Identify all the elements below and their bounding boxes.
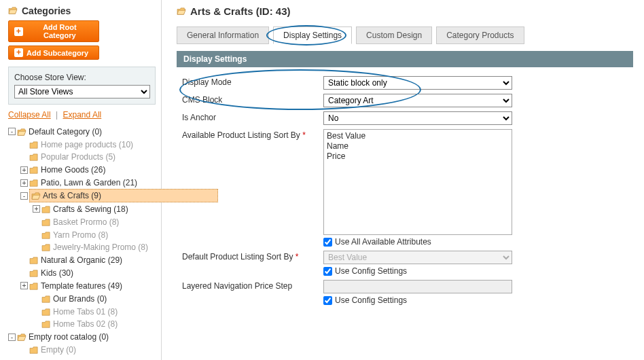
plus-icon: + [14, 48, 23, 57]
tree-node-label: Default Category (0) [29, 126, 102, 138]
is-anchor-select[interactable]: No [323, 111, 512, 125]
expand-icon[interactable]: + [20, 166, 28, 174]
tree-spacer [33, 231, 40, 238]
use-all-attributes-label: Use All Available Attributes [335, 237, 431, 247]
expand-icon[interactable]: + [20, 179, 28, 187]
folder-icon [41, 243, 51, 251]
folder-icon [29, 166, 39, 174]
folder-icon [17, 128, 26, 136]
sidebar-title-text: Categories [22, 5, 71, 16]
cms-block-label: CMS Block [182, 94, 323, 105]
tree-spacer [20, 270, 28, 277]
is-anchor-label: Is Anchor [182, 111, 323, 122]
tree-spacer [20, 141, 28, 148]
store-view-box: Choose Store View: All Store Views [8, 67, 156, 105]
tree-node-label: Home page products (10) [41, 139, 133, 151]
folder-icon [177, 7, 186, 16]
tree-spacer [33, 308, 40, 315]
tree-node-label: Natural & Organic (29) [41, 254, 122, 266]
sidebar-title: Categories [8, 5, 156, 16]
tree-node[interactable]: Home Tabs 01 (8) [41, 306, 118, 318]
main-panel: Arts & Crafts (ID: 43) General Informati… [162, 0, 644, 360]
price-step-use-config-label: Use Config Settings [335, 295, 407, 305]
tree-node-label: Our Brands (0) [53, 293, 107, 305]
folder-icon [29, 179, 39, 187]
tree-node-label: Basket Prormo (8) [53, 216, 119, 228]
tree-node-label: Patio, Lawn & Garden (21) [41, 177, 137, 189]
use-all-attributes-checkbox[interactable] [323, 238, 332, 247]
folder-icon [41, 218, 51, 226]
tree-node[interactable]: Crafts & Sewing (18) [41, 203, 128, 215]
tab-general-information[interactable]: General Information [177, 26, 269, 44]
tree-node[interactable]: Basket Prormo (8) [41, 216, 119, 228]
display-settings-form: Display Mode Static block only CMS Block… [177, 67, 633, 307]
tree-node[interactable]: Popular Products (5) [29, 151, 115, 163]
collapse-icon[interactable]: - [8, 128, 16, 135]
price-step-use-config-checkbox[interactable] [323, 296, 332, 305]
tree-node[interactable]: Patio, Lawn & Garden (21) [29, 177, 137, 189]
tree-node[interactable]: Yarn Promo (8) [41, 229, 108, 241]
folder-icon [29, 256, 39, 264]
tab-category-products[interactable]: Category Products [436, 26, 524, 44]
sort-by-multiselect[interactable]: Best Value Name Price [323, 129, 512, 235]
tree-node-label: Empty (0) [41, 344, 76, 356]
tree-node-label: Home Tabs 02 (8) [53, 318, 118, 330]
tab-display-settings[interactable]: Display Settings [273, 26, 352, 44]
tree-node[interactable]: Home page products (10) [29, 139, 133, 151]
folder-icon [8, 7, 18, 15]
tree-node[interactable]: Kids (30) [29, 267, 73, 279]
expand-icon[interactable]: + [33, 205, 40, 213]
tree-node[interactable]: Default Category (0) [17, 126, 102, 138]
expand-icon[interactable]: + [20, 282, 28, 289]
tree-node[interactable]: Our Brands (0) [41, 293, 107, 305]
display-mode-select[interactable]: Static block only [323, 76, 512, 90]
folder-icon [29, 153, 39, 161]
tree-node-label: Home Goods (26) [41, 164, 105, 176]
collapse-icon[interactable]: - [8, 334, 16, 341]
folder-icon [41, 295, 51, 303]
tree-node-label: Arts & Crafts (9) [43, 190, 101, 202]
default-sort-select: Best Value [323, 251, 512, 264]
tree-node-label: Empty root catalog (0) [29, 331, 109, 343]
tree-node-label: Home Tabs 01 (8) [53, 306, 118, 318]
folder-icon [41, 308, 51, 316]
category-tree: -Default Category (0)Home page products … [8, 125, 156, 356]
add-root-category-button[interactable]: + Add Root Category [8, 20, 99, 42]
plus-icon: + [14, 27, 23, 36]
folder-icon [41, 231, 51, 239]
default-sort-use-config-label: Use Config Settings [335, 266, 407, 276]
tree-spacer [33, 244, 40, 251]
tree-node[interactable]: Empty root catalog (0) [17, 331, 109, 343]
display-mode-label: Display Mode [182, 76, 323, 87]
folder-icon [29, 282, 39, 290]
tree-spacer [33, 218, 40, 226]
tree-spacer [33, 321, 40, 328]
add-subcategory-button[interactable]: + Add Subcategory [8, 46, 99, 60]
sidebar: Categories + Add Root Category + Add Sub… [0, 0, 162, 360]
tree-spacer [33, 295, 40, 302]
collapse-all-link[interactable]: Collapse All [8, 110, 51, 120]
default-sort-use-config-checkbox[interactable] [323, 267, 332, 276]
tab-custom-design[interactable]: Custom Design [356, 26, 432, 44]
expand-all-link[interactable]: Expand All [63, 110, 102, 120]
tree-node-label: Popular Products (5) [41, 151, 115, 163]
price-step-input [323, 280, 512, 293]
tree-node[interactable]: Home Goods (26) [29, 164, 105, 176]
store-view-select[interactable]: All Store Views [14, 85, 150, 98]
tree-node-label: Crafts & Sewing (18) [53, 203, 128, 215]
folder-icon [29, 269, 39, 277]
tree-actions: Collapse All | Expand All [8, 110, 156, 120]
tree-node[interactable]: Jewelry-Making Promo (8) [41, 241, 148, 253]
folder-icon [29, 141, 39, 149]
store-view-label: Choose Store View: [14, 73, 149, 82]
cms-block-select[interactable]: Category Art [323, 94, 512, 107]
tree-spacer [20, 257, 28, 264]
tree-node-label: Kids (30) [41, 267, 73, 279]
tree-node[interactable]: Template features (49) [29, 280, 122, 292]
section-title: Display Settings [177, 51, 633, 67]
tree-node[interactable]: Natural & Organic (29) [29, 254, 122, 266]
tree-node[interactable]: Home Tabs 02 (8) [41, 318, 118, 330]
tree-node-label: Yarn Promo (8) [53, 229, 108, 241]
tree-node[interactable]: Empty (0) [29, 344, 76, 356]
collapse-icon[interactable]: - [20, 192, 28, 200]
